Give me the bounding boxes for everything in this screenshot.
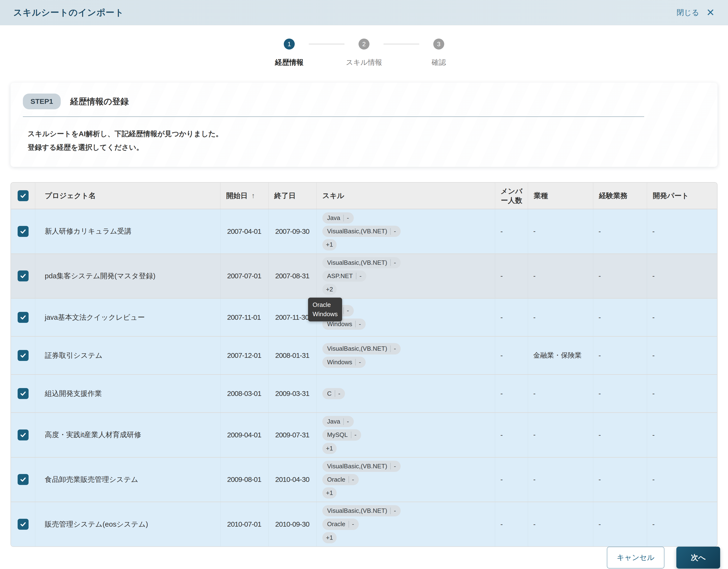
table-body: 新人研修カリキュラム受講2007-04-012007-09-30Java-Vis…	[11, 209, 717, 547]
table-row[interactable]: 組込開発支援作業2008-03-012009-03-31C-----	[11, 375, 717, 413]
row-select-cell	[11, 502, 35, 546]
column-header-industry: 業種	[528, 183, 593, 209]
start-date-cell: 2007-07-01	[220, 254, 269, 298]
end-date-cell: 2007-09-30	[269, 209, 317, 254]
table-row[interactable]: 食品卸売業販売管理システム2009-08-012010-04-30VisualB…	[11, 458, 717, 502]
close-button-label: 閉じる	[677, 8, 699, 18]
cancel-button[interactable]: キャンセル	[607, 547, 664, 569]
skill-level: -	[354, 431, 357, 439]
dev-part-cell: -	[647, 254, 717, 298]
close-icon: ✕	[706, 8, 715, 18]
skill-level: -	[394, 228, 396, 235]
row-select-cell	[11, 375, 35, 412]
check-icon	[19, 272, 27, 280]
table-row[interactable]: 証券取引システム2007-12-012008-01-31VisualBasic,…	[11, 337, 717, 375]
row-checkbox[interactable]	[18, 226, 29, 237]
start-date-cell: 2008-03-01	[220, 375, 269, 412]
start-date-cell: 2007-04-01	[220, 209, 269, 254]
project-name-cell: 組込開発支援作業	[35, 375, 220, 412]
column-header-start-date[interactable]: 開始日 ↑	[220, 183, 269, 209]
table-row[interactable]: pda集客システム開発(マスタ登録)2007-07-012007-08-31Vi…	[11, 254, 717, 299]
experience-cell: -	[593, 413, 647, 457]
skill-name: Windows	[327, 320, 352, 328]
step-2-circle: 2	[359, 39, 369, 50]
table-row[interactable]: 高度・実践it産業人材育成研修2009-04-012009-07-31Java-…	[11, 413, 717, 458]
description-line-1: スキルシートをAI解析し、下記経歴情報が見つかりました。	[28, 127, 705, 140]
table-row[interactable]: java基本文法クイックレビュー2007-11-012007-11-30Java…	[11, 299, 717, 337]
end-date-cell: 2008-01-31	[269, 337, 317, 374]
dev-part-cell: -	[647, 502, 717, 546]
project-name-cell: 新人研修カリキュラム受講	[35, 209, 220, 254]
row-checkbox[interactable]	[18, 429, 29, 440]
start-date-header-label: 開始日	[226, 191, 248, 201]
skill-chip[interactable]: VisualBasic,(VB.NET)-	[322, 461, 401, 472]
industry-cell: -	[528, 254, 593, 298]
stepper: 1 経歴情報 2 スキル情報 3 確認	[0, 39, 728, 67]
skill-chip[interactable]: VisualBasic,(VB.NET)-	[322, 505, 401, 516]
chip-divider	[390, 463, 391, 469]
skills-cell: VisualBasic,(VB.NET)-Oracle-+1	[317, 458, 495, 502]
skill-chip[interactable]: VisualBasic,(VB.NET)-	[322, 257, 401, 268]
skill-name: VisualBasic,(VB.NET)	[327, 259, 387, 266]
row-checkbox[interactable]	[18, 270, 29, 281]
column-header-experience: 経験業務	[593, 183, 647, 209]
chip-divider	[356, 273, 356, 279]
project-name: pda集客システム開発(マスタ登録)	[45, 271, 155, 281]
skills-cell: Java-VisualBasic,(VB.NET)-+1	[317, 209, 495, 254]
row-select-cell	[11, 413, 35, 457]
skill-name: Java	[327, 214, 340, 222]
chip-divider	[349, 476, 349, 483]
more-skills-chip[interactable]: +1	[322, 239, 337, 250]
row-checkbox[interactable]	[18, 519, 29, 530]
select-all-checkbox[interactable]	[18, 190, 29, 201]
table-row[interactable]: 新人研修カリキュラム受講2007-04-012007-09-30Java-Vis…	[11, 209, 717, 254]
skill-name: VisualBasic,(VB.NET)	[327, 463, 387, 470]
stepper-connector	[309, 44, 344, 44]
panel-divider	[23, 116, 644, 117]
chip-divider	[351, 432, 351, 438]
skill-level: -	[394, 463, 396, 470]
stepper-step-2[interactable]: 2 スキル情報	[349, 39, 379, 67]
skill-chip[interactable]: MySQL-	[322, 429, 361, 440]
row-checkbox[interactable]	[18, 312, 29, 323]
more-skills-chip[interactable]: +1	[322, 532, 337, 543]
tooltip-skill: Windows	[313, 309, 338, 319]
row-checkbox[interactable]	[18, 388, 29, 399]
more-skills-chip[interactable]: +1	[322, 487, 337, 499]
row-checkbox[interactable]	[18, 350, 29, 361]
table-row[interactable]: 販売管理システム(eosシステム)2010-07-012010-09-30Vis…	[11, 502, 717, 547]
skill-chip[interactable]: Java-	[322, 212, 354, 224]
chip-divider	[390, 228, 391, 235]
step-badge: STEP1	[23, 94, 61, 109]
next-button[interactable]: 次へ	[676, 547, 720, 569]
skill-chip[interactable]: VisualBasic,(VB.NET)-	[322, 226, 401, 237]
experience-cell: -	[593, 502, 647, 546]
skill-chip[interactable]: VisualBasic,(VB.NET)-	[322, 343, 401, 354]
skill-chip[interactable]: Oracle-	[322, 519, 359, 530]
check-icon	[19, 352, 27, 359]
check-icon	[19, 476, 27, 483]
close-button[interactable]: 閉じる ✕	[677, 8, 715, 18]
more-skills-chip[interactable]: +1	[322, 443, 337, 454]
start-date-cell: 2007-12-01	[220, 337, 269, 374]
step-3-label: 確認	[432, 58, 446, 67]
members-cell: -	[495, 254, 528, 298]
row-checkbox[interactable]	[18, 474, 29, 485]
modal-header: スキルシートのインポート 閉じる ✕	[0, 0, 728, 25]
project-name-cell: pda集客システム開発(マスタ登録)	[35, 254, 220, 298]
experience-cell: -	[593, 458, 647, 502]
skill-chip[interactable]: ASP.NET-	[322, 270, 366, 282]
skills-cell: VisualBasic,(VB.NET)-Oracle-+1	[317, 502, 495, 546]
skills-cell: VisualBasic,(VB.NET)-ASP.NET-+2	[317, 254, 495, 298]
more-skills-chip[interactable]: +2	[322, 284, 337, 295]
skill-chip[interactable]: Oracle-	[322, 474, 359, 485]
skill-level: -	[359, 320, 361, 328]
stepper-step-1[interactable]: 1 経歴情報	[274, 39, 304, 67]
check-icon	[19, 314, 27, 321]
skill-chip[interactable]: Windows-	[322, 357, 366, 368]
skill-name: VisualBasic,(VB.NET)	[327, 507, 387, 514]
project-name: java基本文法クイックレビュー	[45, 313, 145, 322]
skill-chip[interactable]: C-	[322, 388, 345, 399]
skill-chip[interactable]: Java-	[322, 416, 354, 427]
stepper-step-3[interactable]: 3 確認	[424, 39, 454, 67]
